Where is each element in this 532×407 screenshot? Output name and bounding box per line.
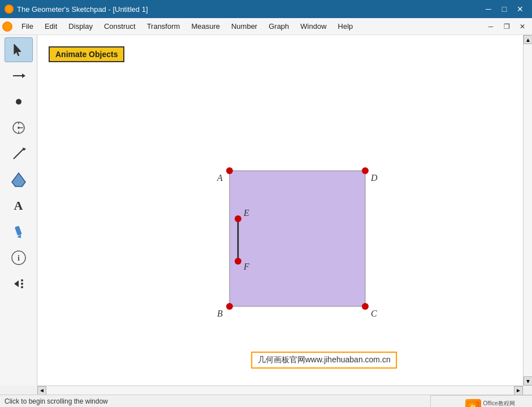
svg-marker-18	[14, 280, 19, 287]
menu-bar: File Edit Display Construct Transform Me…	[0, 18, 532, 35]
svg-marker-15	[16, 235, 22, 239]
svg-text:i: i	[18, 254, 20, 262]
custom-icon	[11, 276, 27, 292]
marker-tool[interactable]	[5, 219, 33, 244]
menu-transform[interactable]: Transform	[141, 20, 186, 33]
point-tool[interactable]	[5, 89, 33, 114]
close-button[interactable]: ✕	[513, 3, 527, 15]
polygon-icon	[10, 171, 28, 189]
main-wrapper: A i Animate Objec	[0, 35, 532, 407]
compass-tool[interactable]	[5, 115, 33, 140]
scroll-track-bottom[interactable]	[46, 386, 514, 395]
label-C: C	[371, 309, 377, 318]
website-label: 几何画板官网www.jihehuaban.com.cn	[251, 352, 397, 369]
svg-point-19	[21, 283, 23, 285]
point-B[interactable]	[226, 303, 233, 310]
geometry-canvas: A D B C E F	[37, 35, 523, 386]
svg-marker-13	[12, 173, 25, 187]
office-logo: O Office教程网 www.office26.com	[430, 395, 532, 407]
polygon-tool[interactable]	[5, 167, 33, 192]
info-tool[interactable]: i	[5, 245, 33, 270]
compass-icon	[11, 120, 27, 136]
point-icon	[11, 94, 27, 110]
point-C[interactable]	[362, 303, 369, 310]
scroll-left-button[interactable]: ◄	[37, 386, 46, 395]
menu-measure[interactable]: Measure	[185, 20, 226, 33]
svg-rect-14	[14, 226, 21, 236]
text-icon: A	[14, 198, 23, 213]
label-B: B	[217, 309, 223, 318]
point-E[interactable]	[235, 215, 241, 222]
menu-app-icon	[2, 21, 12, 32]
point-D[interactable]	[362, 167, 369, 174]
office-text: Office教程网 www.office26.com	[483, 400, 529, 408]
info-icon: i	[11, 250, 27, 266]
custom-tool[interactable]	[5, 271, 33, 296]
doc-close-button[interactable]: ✕	[515, 21, 530, 32]
title-controls[interactable]: ─ □ ✕	[481, 3, 527, 15]
app-icon	[5, 5, 14, 14]
title-bar-left: The Geometer's Sketchpad - [Untitled 1]	[5, 5, 148, 14]
toolbar: A i	[0, 35, 37, 386]
office-name: Office教程网	[483, 400, 529, 407]
menu-file[interactable]: File	[16, 20, 39, 33]
menu-window[interactable]: Window	[295, 20, 332, 33]
point-F[interactable]	[235, 258, 241, 265]
label-D: D	[370, 173, 378, 183]
title-bar: The Geometer's Sketchpad - [Untitled 1] …	[0, 0, 532, 18]
scroll-right-button[interactable]: ►	[514, 386, 523, 395]
point-A[interactable]	[226, 167, 233, 174]
arrow-icon	[11, 42, 27, 58]
svg-line-11	[14, 149, 24, 159]
label-F: F	[243, 262, 249, 271]
doc-restore-button[interactable]: ❐	[499, 21, 514, 32]
scroll-up-button[interactable]: ▲	[524, 35, 532, 44]
svg-point-5	[16, 99, 21, 105]
svg-text:O: O	[471, 404, 475, 408]
scroll-bottom[interactable]: ◄ ►	[37, 386, 523, 395]
menu-number[interactable]: Number	[226, 20, 263, 33]
maximize-button[interactable]: □	[497, 3, 512, 15]
select-tool[interactable]	[5, 37, 33, 62]
office-icon: O	[465, 399, 481, 408]
rectangle-fill	[230, 171, 365, 306]
doc-controls: ─ ❐ ✕	[483, 21, 530, 32]
scroll-down-button[interactable]: ▼	[524, 376, 532, 386]
menu-edit[interactable]: Edit	[39, 20, 63, 33]
status-bar: Click to begin scrolling the window O Of…	[0, 395, 532, 407]
doc-minimize-button[interactable]: ─	[483, 21, 498, 32]
scroll-track-right[interactable]	[524, 44, 532, 376]
scroll-right[interactable]: ▲ ▼	[523, 35, 532, 386]
title-text: The Geometer's Sketchpad - [Untitled 1]	[17, 5, 148, 14]
text-tool[interactable]: A	[5, 193, 33, 218]
menu-graph[interactable]: Graph	[263, 20, 295, 33]
label-A: A	[217, 173, 223, 183]
menu-help[interactable]: Help	[332, 20, 359, 33]
svg-point-21	[21, 286, 23, 288]
marker-icon	[11, 224, 27, 240]
canvas-area[interactable]: Animate Objects A D B C	[37, 35, 523, 386]
office-icon-svg: O	[467, 401, 479, 408]
arrow-tool[interactable]	[5, 63, 33, 88]
status-text: Click to begin scrolling the window	[5, 397, 108, 405]
label-E: E	[243, 208, 249, 218]
arrow-right-icon	[11, 68, 27, 84]
minimize-button[interactable]: ─	[481, 3, 496, 15]
menu-construct[interactable]: Construct	[98, 20, 141, 33]
svg-marker-4	[22, 73, 25, 78]
menu-display[interactable]: Display	[63, 20, 98, 33]
line-icon	[11, 146, 27, 162]
line-tool[interactable]	[5, 141, 33, 166]
svg-point-20	[21, 279, 23, 282]
